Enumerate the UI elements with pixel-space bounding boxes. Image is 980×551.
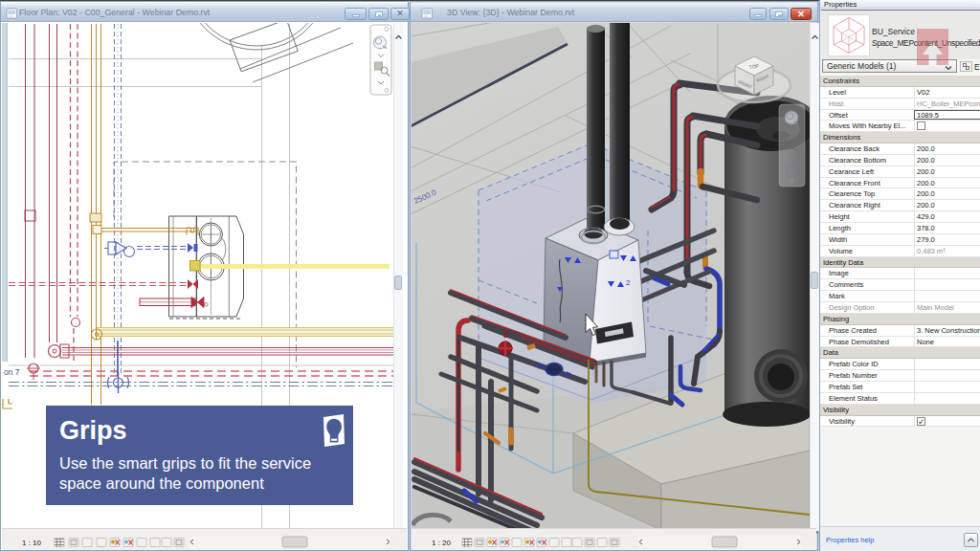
svg-text:2: 2 <box>626 278 631 287</box>
svg-text:on 7: on 7 <box>4 367 20 377</box>
